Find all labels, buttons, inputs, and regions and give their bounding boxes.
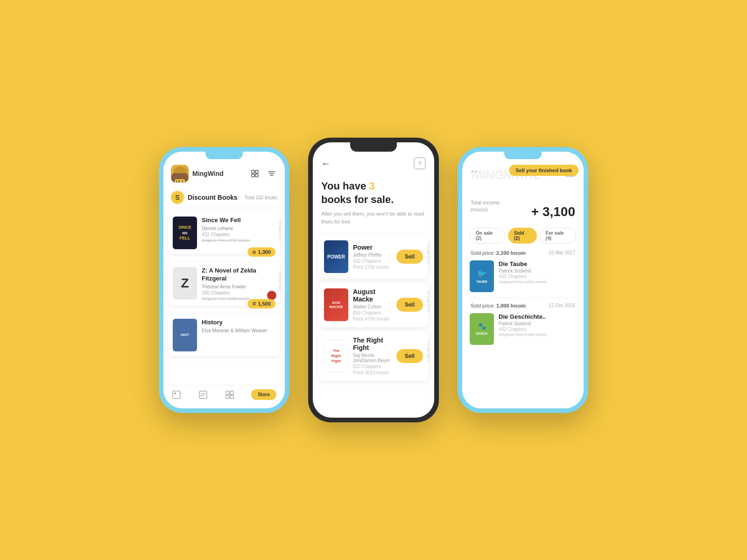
sell-button-3[interactable]: Sell: [396, 349, 423, 363]
right-title-2: Die Geschichte..: [499, 313, 576, 320]
nav-item-2[interactable]: [198, 390, 208, 399]
svg-rect-2: [252, 174, 254, 177]
grid-icon[interactable]: [249, 168, 261, 179]
sell-info-3: The Right Fight Saj-Nicole JoniDamon Bey…: [353, 336, 392, 375]
sell-date-3: 11 Jan 2017: [426, 341, 430, 362]
tab-on-sale[interactable]: On sale (2): [470, 228, 505, 244]
sell-cover-3: TheRightFight: [324, 340, 348, 372]
tab-sold-label: Sold: [514, 231, 524, 236]
book-title-2: Z: A Novel of Zelda Fitzgeral: [202, 267, 275, 283]
avatar: LV. 1: [171, 165, 189, 182]
cover-title-1: SINCE: [178, 225, 191, 231]
svg-rect-1: [255, 170, 258, 173]
book-title-3: History: [202, 319, 275, 327]
sold-price-1: 2,100 Incoin: [496, 250, 526, 256]
svg-rect-9: [199, 391, 207, 399]
cover-taube-label: 🐦 TAUBE: [476, 269, 487, 283]
center-screen-content: ← ? You have 3 books for sale. After you…: [313, 142, 434, 418]
cover-z-letter: Z: [181, 276, 189, 291]
right-cover-1: 🐦 TAUBE: [470, 260, 494, 292]
right-chapters-1: 432 Chapters: [499, 274, 576, 279]
geschichte-text: GESCH.: [476, 332, 488, 335]
svg-rect-7: [173, 391, 180, 399]
taube-icon: 🐦: [476, 269, 487, 278]
right-author-1: Patrick Süskind: [499, 268, 576, 273]
sell-info-1: Power Jeffrey Pfeffer 432 Chapters Price…: [353, 244, 392, 270]
level-badge: LV. 1: [175, 179, 185, 182]
hero-title: You have 3: [321, 180, 426, 193]
sell-date-2: 21 Feb 2017: [426, 291, 430, 312]
cover-art-1: SINCE WE FELL: [173, 217, 197, 249]
nav-item-store[interactable]: Store: [251, 389, 276, 400]
section-total: Total 162 books: [245, 195, 277, 200]
book-card-2[interactable]: Z Z: A Novel of Zelda Fitzgeral Therese …: [168, 262, 280, 306]
sold-info-1: Sold price: 2,100 Incoin 01 Mar 2017: [462, 247, 584, 257]
book-date-1: 17 Mar 2017: [278, 220, 282, 241]
sell-chapters-1: 432 Chapters: [353, 259, 392, 264]
cover-sub-1: WE: [178, 231, 191, 235]
right-book-1[interactable]: 🐦 TAUBE Die Taube Patrick Süskind 432 Ch…: [462, 257, 584, 296]
help-button[interactable]: ?: [414, 157, 426, 169]
tab-sold[interactable]: Sold (2): [508, 228, 537, 244]
svg-rect-0: [252, 170, 254, 173]
coin-symbol-1: ⊙: [252, 250, 256, 255]
right-book-2[interactable]: 🐾 GESCH. Die Geschichte.. Patrick Süskin…: [462, 309, 584, 349]
sell-price-3: Price 3023 Incoin: [353, 370, 392, 375]
right-cover-art-1: 🐦 TAUBE: [470, 260, 494, 292]
svg-rect-13: [230, 391, 233, 394]
tab-for-sale[interactable]: For sale (4): [540, 228, 576, 244]
right-cover-2: 🐾 GESCH.: [470, 313, 494, 345]
divider-1: [470, 298, 576, 298]
section-header: S Discount Books Total 162 books: [163, 187, 285, 208]
hero-description: After you sell them, you won't be able t…: [321, 210, 426, 225]
center-notch: [350, 142, 397, 152]
right-notch: [504, 152, 542, 159]
cover-art-2: Z: [173, 267, 197, 300]
left-notch: [205, 152, 243, 159]
username: MingWind: [192, 170, 224, 177]
sold-info-2: Sold price: 1,000 Incoin 12 Dec 2016: [462, 300, 584, 309]
right-author-2: Patrick Süskind: [499, 321, 576, 326]
phones-container: LV. 1 MingWind: [159, 138, 588, 422]
back-button[interactable]: ←: [321, 158, 331, 169]
tab-sold-count: (2): [514, 236, 520, 241]
sell-card-1[interactable]: POWER Power Jeffrey Pfeffer 432 Chapters…: [318, 235, 429, 279]
filter-icon[interactable]: [266, 168, 277, 179]
sell-card-2[interactable]: AUGMACKE August Macke Walter Cohen 816 C…: [318, 282, 429, 327]
book-card-1[interactable]: SINCE WE FELL Since We Fell Dennis Lehan…: [168, 212, 280, 254]
right-title-1: Die Taube: [499, 260, 576, 267]
left-screen: LV. 1 MingWind: [163, 152, 285, 408]
sell-banner: Sell your finished book: [509, 165, 578, 176]
bottom-nav: Store: [163, 385, 285, 408]
book-cover-2: Z: [173, 267, 197, 300]
cover-label-power: POWER: [327, 254, 345, 259]
sell-cover-2: AUGMACKE: [324, 288, 348, 321]
sell-cover-1: POWER: [324, 240, 348, 273]
sell-button-2[interactable]: Sell: [396, 298, 423, 312]
sell-title-2: August Macke: [353, 288, 392, 303]
book-author-2: Therese Anne Fowler: [202, 284, 275, 289]
book-card-3[interactable]: HIST History Elsa Morante & William Weav…: [168, 314, 280, 356]
sell-price-1: Price 2792 Incoin: [353, 265, 392, 270]
tab-on-sale-count: (2): [476, 236, 481, 241]
book-info-1: Since We Fell Dennis Lehane 432 Chapters…: [202, 217, 275, 243]
hero-count: 3: [369, 180, 374, 192]
cover-text-1: SINCE WE FELL: [178, 225, 191, 241]
book-author-1: Dennis Lehane: [202, 226, 275, 231]
book-date-2: 15 Mar 2017: [278, 271, 282, 292]
book-chapters-1: 432 Chapters: [202, 232, 275, 237]
side-button-right: [289, 194, 289, 212]
section-title-area: S Discount Books: [171, 191, 238, 204]
nav-item-1[interactable]: [172, 390, 181, 399]
nav-item-3[interactable]: [225, 390, 234, 399]
nav-icon-3: [225, 390, 234, 399]
right-info-2: Die Geschichte.. Patrick Süskind 432 Cha…: [499, 313, 576, 337]
book-info-2: Z: A Novel of Zelda Fitzgeral Therese An…: [202, 267, 275, 301]
sold-price-2: 1,000 Incoin: [496, 303, 526, 308]
sell-button-1[interactable]: Sell: [396, 250, 423, 264]
price-badge-1: ⊙ 1,300: [247, 247, 275, 257]
tab-on-sale-label: On sale: [476, 231, 493, 236]
sell-card-3[interactable]: TheRightFight The Right Fight Saj-Nicole…: [318, 331, 429, 381]
cover-fell-1: FELL: [178, 236, 191, 241]
coin-symbol-2: ⊙: [252, 301, 256, 306]
